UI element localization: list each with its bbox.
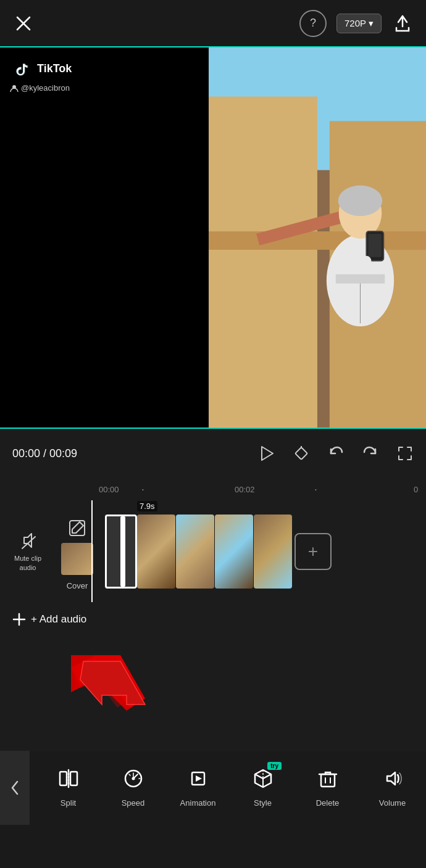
ruler-dot-1: •	[142, 487, 144, 492]
top-bar-right: ? 720P ▾	[299, 10, 414, 37]
delete-label: Delete	[316, 798, 340, 808]
svg-rect-30	[70, 772, 77, 785]
user-icon	[10, 84, 19, 93]
delete-tool[interactable]: Delete	[295, 751, 360, 825]
quality-label: 720P	[345, 18, 366, 28]
volume-tool[interactable]: Volume	[360, 751, 425, 825]
svg-rect-17	[336, 275, 385, 284]
speed-icon	[123, 768, 144, 793]
animation-label: Animation	[180, 798, 216, 808]
clip-thumbnails	[137, 515, 292, 589]
video-preview: TikTok @kyleacibron	[0, 46, 426, 429]
svg-line-36	[129, 774, 130, 775]
animation-tool[interactable]: Animation	[165, 751, 230, 825]
clip-thumb-4[interactable]	[254, 515, 292, 589]
add-clip-button[interactable]: +	[294, 533, 332, 570]
current-time: 00:00	[12, 447, 40, 460]
timeline-ruler: 00:00 • 00:02 • 0	[0, 478, 426, 500]
tiktok-logo: TikTok	[10, 57, 199, 80]
style-label: Style	[254, 798, 272, 808]
svg-rect-19	[295, 447, 307, 460]
clip-handle[interactable]	[120, 516, 125, 587]
undo-icon	[327, 445, 345, 462]
svg-point-12	[338, 186, 383, 217]
play-button[interactable]	[258, 445, 275, 462]
svg-rect-8	[209, 231, 426, 250]
ruler-mark-0: 00:00	[99, 485, 119, 494]
playback-controls	[258, 445, 414, 462]
svg-marker-39	[196, 775, 202, 782]
video-left-panel: TikTok @kyleacibron	[0, 48, 209, 428]
cover-edit-icon	[67, 518, 87, 538]
mute-clip-label: Mute clip audio	[14, 554, 41, 572]
split-icon	[58, 768, 79, 793]
ruler-mark-end: 0	[414, 485, 418, 494]
redo-icon	[362, 445, 379, 462]
svg-rect-29	[60, 772, 67, 785]
clip-thumb-2[interactable]	[176, 515, 214, 589]
ruler-mark-2: 00:02	[235, 485, 255, 494]
clip-track: 7.9s +	[105, 515, 420, 589]
add-clip-icon: +	[308, 542, 318, 561]
split-tool[interactable]: Split	[36, 751, 101, 825]
try-badge: try	[267, 762, 282, 770]
export-button[interactable]	[391, 12, 414, 35]
tiktok-username: @kyleacibron	[10, 83, 199, 93]
add-audio-bar[interactable]: + Add audio	[0, 602, 426, 637]
style-icon	[253, 768, 274, 793]
keyframe-button[interactable]	[293, 445, 310, 462]
bottom-toolbar: Split Speed	[0, 751, 426, 825]
split-label: Split	[61, 798, 76, 808]
total-time: 00:09	[49, 447, 77, 460]
speed-tool[interactable]: Speed	[101, 751, 165, 825]
fullscreen-icon	[396, 445, 414, 462]
quality-dropdown-icon: ▾	[369, 18, 374, 29]
add-audio-text: + Add audio	[31, 613, 86, 626]
redo-button[interactable]	[362, 445, 379, 462]
time-separator: /	[43, 447, 49, 460]
clip-thumb-1[interactable]	[137, 515, 175, 589]
svg-rect-14	[369, 234, 382, 257]
undo-button[interactable]	[327, 445, 345, 462]
cover-label: Cover	[67, 581, 88, 590]
svg-marker-18	[262, 447, 273, 460]
clip-selection-frame	[105, 515, 137, 589]
top-bar: ? 720P ▾	[0, 0, 426, 46]
svg-line-34	[133, 774, 138, 779]
style-tool[interactable]: try Style	[230, 751, 295, 825]
video-content-svg	[209, 48, 426, 428]
help-button[interactable]: ?	[299, 10, 327, 37]
delete-icon	[317, 768, 338, 793]
collapse-toolbar-button[interactable]	[0, 751, 30, 825]
volume-label: Volume	[379, 798, 406, 808]
help-icon: ?	[310, 17, 316, 30]
tiktok-logo-icon	[10, 57, 32, 80]
timeline-controls: 00:00 / 00:09	[0, 429, 426, 478]
red-arrow-indicator	[71, 655, 145, 713]
speed-label: Speed	[122, 798, 145, 808]
spacer-area	[0, 637, 426, 751]
volume-icon	[382, 768, 403, 793]
clip-thumb-3[interactable]	[215, 515, 253, 589]
time-display: 00:00 / 00:09	[12, 447, 93, 460]
fullscreen-button[interactable]	[396, 445, 414, 462]
add-icon	[12, 613, 26, 626]
red-arrow-main	[71, 655, 151, 717]
play-icon	[258, 445, 275, 462]
mute-clip-audio-button[interactable]: Mute clip audio	[6, 531, 49, 572]
video-right-panel	[209, 48, 426, 428]
close-button[interactable]	[12, 12, 35, 35]
timeline-area: Mute clip audio Cover 7.9s +	[0, 500, 426, 602]
tiktok-app-name: TikTok	[37, 62, 72, 75]
playhead	[91, 500, 93, 602]
video-frame	[209, 48, 426, 428]
mute-icon	[18, 531, 38, 550]
keyframe-icon	[293, 445, 310, 462]
clip-duration: 7.9s	[137, 501, 157, 511]
cover-thumbnail	[61, 543, 93, 575]
cover-icon-container	[61, 512, 93, 544]
svg-rect-40	[321, 774, 335, 787]
animation-icon	[188, 768, 209, 793]
svg-rect-6	[209, 96, 317, 428]
quality-selector[interactable]: 720P ▾	[336, 14, 382, 33]
